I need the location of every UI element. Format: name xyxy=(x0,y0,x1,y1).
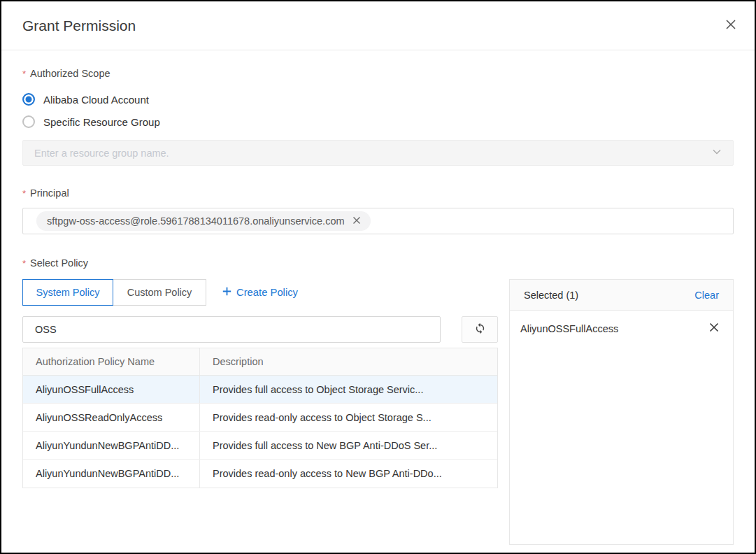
policy-tabs: System Policy Custom Policy Create Polic… xyxy=(22,279,498,306)
required-mark: * xyxy=(22,188,26,199)
chevron-down-icon xyxy=(711,146,722,160)
selected-panel-header: Selected (1) Clear xyxy=(510,280,733,311)
close-button[interactable] xyxy=(722,16,739,35)
selected-panel: Selected (1) Clear AliyunOSSFullAccess xyxy=(509,279,734,545)
selected-item-label: AliyunOSSFullAccess xyxy=(520,323,618,334)
authorized-scope-label: * Authorized Scope xyxy=(22,68,734,79)
refresh-icon xyxy=(474,322,486,336)
policy-search-row xyxy=(22,316,498,343)
principal-tag: sftpgw-oss-access@role.5961788134011678.… xyxy=(36,211,371,231)
policy-table: Authorization Policy Name Description Al… xyxy=(22,348,498,488)
dialog-header: Grant Permission xyxy=(1,1,755,50)
policy-table-header: Authorization Policy Name Description xyxy=(23,348,497,376)
refresh-button[interactable] xyxy=(462,316,498,343)
table-row[interactable]: AliyunOSSFullAccess Provides full access… xyxy=(23,376,497,404)
plus-icon xyxy=(222,287,231,298)
policy-name-cell: AliyunOSSReadOnlyAccess xyxy=(23,404,200,431)
radio-specific-resource-group[interactable]: Specific Resource Group xyxy=(22,115,160,128)
required-mark: * xyxy=(22,69,26,79)
resource-group-select[interactable]: Enter a resource group name. xyxy=(22,140,734,166)
x-cross-icon xyxy=(352,215,361,227)
required-mark: * xyxy=(22,258,26,269)
policy-name-cell: AliyunYundunNewBGPAntiDD... xyxy=(23,432,200,459)
policy-name-cell: AliyunYundunNewBGPAntiDD... xyxy=(23,460,200,488)
policy-area: System Policy Custom Policy Create Polic… xyxy=(22,279,734,545)
page-title: Grant Permission xyxy=(22,17,136,34)
policy-search-input[interactable] xyxy=(22,316,441,343)
create-policy-button[interactable]: Create Policy xyxy=(222,287,298,298)
column-header-policy-name: Authorization Policy Name xyxy=(23,348,200,375)
grant-permission-dialog: Grant Permission * Authorized Scope Alib… xyxy=(0,0,756,554)
x-cross-icon xyxy=(709,322,719,334)
policy-description-cell: Provides read-only access to New BGP Ant… xyxy=(200,460,497,488)
radio-alibaba-cloud-account[interactable]: Alibaba Cloud Account xyxy=(22,93,149,106)
policy-description-cell: Provides full access to Object Storage S… xyxy=(200,376,497,403)
tab-system-policy[interactable]: System Policy xyxy=(22,279,113,306)
radio-label: Alibaba Cloud Account xyxy=(43,94,149,106)
selected-count-label: Selected (1) xyxy=(524,290,578,301)
selected-item: AliyunOSSFullAccess xyxy=(510,311,733,335)
dialog-body: * Authorized Scope Alibaba Cloud Account… xyxy=(1,68,755,545)
close-icon xyxy=(725,19,736,32)
table-row[interactable]: AliyunOSSReadOnlyAccess Provides read-on… xyxy=(23,404,497,432)
policy-description-cell: Provides read-only access to Object Stor… xyxy=(200,404,497,431)
selected-item-remove-button[interactable] xyxy=(708,322,720,335)
policy-picker: System Policy Custom Policy Create Polic… xyxy=(22,279,498,545)
policy-name-cell: AliyunOSSFullAccess xyxy=(23,376,200,403)
principal-input[interactable]: sftpgw-oss-access@role.5961788134011678.… xyxy=(22,208,734,234)
radio-label: Specific Resource Group xyxy=(43,116,160,128)
resource-group-placeholder: Enter a resource group name. xyxy=(34,148,169,159)
clear-button[interactable]: Clear xyxy=(694,290,719,301)
table-row[interactable]: AliyunYundunNewBGPAntiDD... Provides rea… xyxy=(23,460,497,488)
column-header-description: Description xyxy=(200,348,497,375)
table-row[interactable]: AliyunYundunNewBGPAntiDD... Provides ful… xyxy=(23,432,497,460)
select-policy-label: * Select Policy xyxy=(22,257,734,269)
radio-selected-icon xyxy=(22,93,35,106)
principal-tag-text: sftpgw-oss-access@role.5961788134011678.… xyxy=(47,215,345,227)
tab-custom-policy[interactable]: Custom Policy xyxy=(113,279,206,306)
policy-description-cell: Provides full access to New BGP Anti-DDo… xyxy=(200,432,497,459)
principal-tag-remove-button[interactable] xyxy=(352,215,362,227)
principal-label: * Principal xyxy=(22,187,734,199)
radio-unselected-icon xyxy=(22,115,35,128)
